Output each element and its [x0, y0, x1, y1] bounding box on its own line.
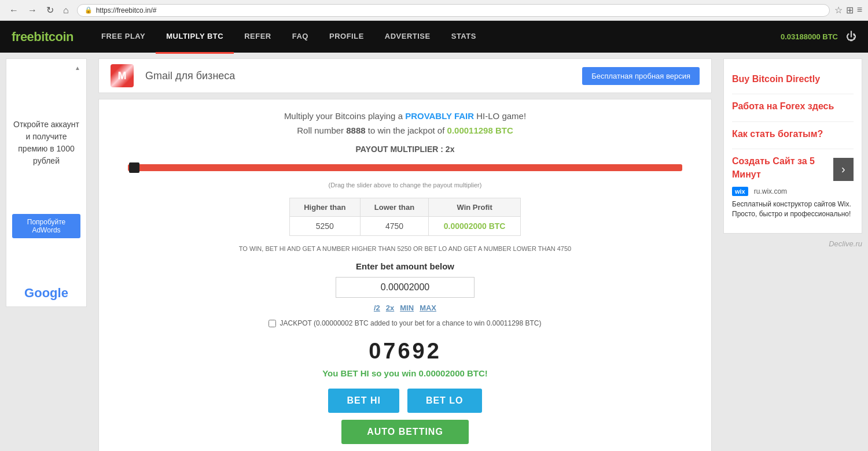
game-area: Multiply your Bitcoins playing a PROVABL… [98, 99, 712, 451]
bet-lo-button[interactable]: BET LO [407, 389, 482, 413]
slider-hint: (Drag the slider above to change the pay… [111, 182, 700, 188]
multiplier-label: PAYOUT MULTIPLIER : 2x [111, 145, 700, 154]
browser-bar: ← → ↻ ⌂ 🔒 https://freebitco.in/# ☆ ⊞ ≡ [0, 0, 868, 21]
google-logo: Google [24, 286, 68, 301]
nav-refer[interactable]: REFER [234, 20, 282, 54]
nav-free-play[interactable]: FREE PLAY [91, 20, 156, 54]
game-intro-rest: HI-LO game! [476, 111, 526, 121]
bet-buttons: BET HI BET LO [111, 389, 700, 413]
wix-logo-row: wix ru.wix.com [732, 187, 854, 196]
slider-track [128, 164, 682, 171]
right-wix-item: Создать Сайт за 5 Минут › wix ru.wix.com… [732, 149, 854, 224]
right-ad: Buy Bitcoin Directly Работа на Forex зде… [718, 53, 868, 451]
right-ad-item-0: Buy Bitcoin Directly [732, 67, 854, 94]
left-ad-text: Откройте аккаунт и получите премию в 100… [12, 119, 80, 167]
right-ad-title-0[interactable]: Buy Bitcoin Directly [732, 73, 854, 86]
win-message: You BET HI so you win 0.00002000 BTC! [111, 368, 700, 378]
half-btn[interactable]: /2 [374, 304, 380, 312]
site-logo[interactable]: freebitcoin [12, 29, 73, 45]
jackpot-check-text: JACKPOT (0.00000002 BTC added to your be… [279, 319, 541, 327]
right-ad-title-2[interactable]: Как стать богатым? [732, 128, 854, 141]
browser-nav-buttons[interactable]: ← → ↻ ⌂ [6, 3, 72, 17]
col-profit: Win Profit [429, 198, 521, 217]
nav-balance: 0.03188000 BTC [781, 32, 838, 41]
col-lower: Lower than [360, 198, 429, 217]
slider-container[interactable] [128, 160, 682, 176]
left-ad-button[interactable]: Попробуйте AdWords [12, 214, 80, 238]
left-ad-header: ▲ [75, 65, 80, 71]
wix-title[interactable]: Создать Сайт за 5 Минут [732, 155, 833, 181]
wix-desc: Бесплатный конструктор сайтов Wix. Прост… [732, 199, 854, 219]
power-button[interactable]: ⏻ [846, 31, 856, 43]
page-wrapper: ▲ Откройте аккаунт и получите премию в 1… [0, 53, 868, 451]
jackpot-checkbox[interactable] [269, 320, 276, 327]
bet-input[interactable] [336, 277, 475, 298]
right-ad-item-2: Как стать богатым? [732, 122, 854, 149]
win-instruction: TO WIN, BET HI AND GET A NUMBER HIGHER T… [111, 245, 700, 252]
main-content: M Gmail для бизнеса Бесплатная пробная в… [93, 53, 718, 451]
game-intro: Multiply your Bitcoins playing a PROVABL… [111, 111, 700, 121]
double-btn[interactable]: 2x [386, 304, 394, 312]
game-intro-text: Multiply your Bitcoins playing a [284, 111, 403, 121]
right-ad-title-1[interactable]: Работа на Forex здесь [732, 100, 854, 113]
extension-icon[interactable]: ⊞ [846, 5, 854, 16]
site-nav: freebitcoin FREE PLAY MULTIPLY BTC REFER… [0, 21, 868, 53]
jackpot-check: JACKPOT (0.00000002 BTC added to your be… [111, 319, 700, 327]
bet-input-wrap [111, 277, 700, 298]
nav-multiply-btc[interactable]: MULTIPLY BTC [156, 20, 234, 54]
bet-label: Enter bet amount below [111, 261, 700, 271]
browser-actions: ☆ ⊞ ≡ [834, 5, 862, 16]
nav-profile[interactable]: PROFILE [319, 20, 374, 54]
gmail-icon: M [111, 64, 134, 87]
jackpot-amount: 0.00011298 BTC [447, 125, 513, 135]
star-icon[interactable]: ☆ [834, 5, 843, 16]
fair-text: PROVABLY FAIR [405, 111, 474, 121]
home-button[interactable]: ⌂ [60, 3, 72, 17]
right-ad-inner: Buy Bitcoin Directly Работа на Forex зде… [723, 58, 862, 234]
declive-watermark: Declive.ru [723, 239, 862, 248]
menu-icon[interactable]: ≡ [857, 5, 862, 16]
lock-icon: 🔒 [84, 6, 93, 14]
bet-multipliers: /2 2x MIN MAX [111, 304, 700, 312]
reload-button[interactable]: ↻ [43, 3, 57, 17]
nav-links: FREE PLAY MULTIPLY BTC REFER FAQ PROFILE… [91, 20, 781, 54]
bet-hi-button[interactable]: BET HI [328, 389, 399, 413]
left-ad: ▲ Откройте аккаунт и получите премию в 1… [6, 58, 87, 307]
slider-handle[interactable] [129, 162, 139, 173]
url-text: https://freebitco.in/# [96, 6, 157, 14]
right-ad-item-1: Работа на Forex здесь [732, 94, 854, 121]
auto-betting-button[interactable]: AUTO BETTING [341, 420, 469, 444]
nav-stats[interactable]: STATS [441, 20, 487, 54]
top-ad-button[interactable]: Бесплатная пробная версия [582, 67, 700, 85]
jackpot-roll-number: 8888 [346, 125, 365, 135]
bet-table: Higher than Lower than Win Profit 5250 4… [289, 198, 521, 236]
val-higher: 5250 [290, 217, 361, 236]
col-higher: Higher than [290, 198, 361, 217]
forward-button[interactable]: → [24, 3, 41, 17]
min-btn[interactable]: MIN [400, 304, 414, 312]
wix-url: ru.wix.com [754, 187, 787, 195]
roll-label: Roll number [297, 125, 344, 135]
val-lower: 4750 [360, 217, 429, 236]
val-profit: 0.00002000 BTC [429, 217, 521, 236]
address-bar[interactable]: 🔒 https://freebitco.in/# [77, 4, 830, 17]
jackpot-line: Roll number 8888 to win the jackpot of 0… [111, 125, 700, 135]
jackpot-text: to win the jackpot of [368, 125, 445, 135]
top-ad: M Gmail для бизнеса Бесплатная пробная в… [98, 58, 712, 93]
wix-logo: wix [732, 187, 748, 196]
top-ad-text: Gmail для бизнеса [145, 70, 571, 82]
nav-faq[interactable]: FAQ [282, 20, 319, 54]
nav-advertise[interactable]: ADVERTISE [374, 20, 441, 54]
back-button[interactable]: ← [6, 3, 22, 17]
roll-result: 07692 [111, 339, 700, 364]
max-btn[interactable]: MAX [420, 304, 436, 312]
arrow-button[interactable]: › [833, 158, 854, 181]
